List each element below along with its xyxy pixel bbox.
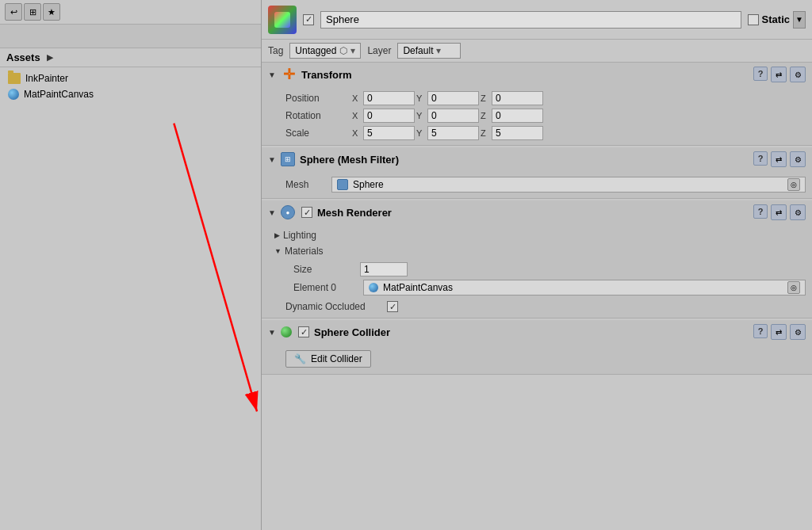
dynamic-occluded-label: Dynamic Occluded: [285, 301, 381, 312]
scale-x-input[interactable]: [363, 126, 415, 140]
y-label: Y: [416, 93, 426, 103]
mesh-filter-title: Sphere (Mesh Filter): [300, 154, 749, 166]
mesh-filter-settings-btn[interactable]: ⇄: [771, 151, 787, 167]
mesh-renderer-actions: ? ⇄ ⚙: [753, 204, 806, 220]
scale-xyz: X Y Z: [352, 126, 806, 140]
edit-collider-icon: 🔧: [294, 353, 306, 364]
scale-row: Scale X Y Z: [262, 124, 812, 142]
position-x-input[interactable]: [363, 91, 415, 105]
mesh-renderer-title: Mesh Renderer: [317, 207, 749, 219]
toolbar-grid-btn[interactable]: ⊞: [24, 3, 41, 21]
layer-dropdown[interactable]: Default ▾: [397, 43, 461, 59]
list-item[interactable]: InkPainter: [0, 71, 261, 86]
tag-dropdown[interactable]: Untagged ⬡ ▾: [289, 43, 361, 59]
mesh-sphere-icon: [337, 179, 348, 190]
mesh-filter-icon: ⊞: [281, 152, 295, 166]
mesh-renderer-checkbox[interactable]: [301, 207, 312, 218]
rotation-x-input[interactable]: [363, 109, 415, 123]
transform-settings-btn[interactable]: ⇄: [771, 67, 787, 82]
mesh-filter-header[interactable]: ▼ ⊞ Sphere (Mesh Filter) ? ⇄ ⚙: [262, 147, 812, 171]
edit-collider-btn[interactable]: 🔧 Edit Collider: [285, 350, 371, 368]
scale-y-input[interactable]: [427, 126, 479, 140]
mesh-renderer-help-btn[interactable]: ?: [753, 204, 768, 219]
active-checkbox[interactable]: [303, 14, 314, 25]
collapse-arrow: ▼: [268, 328, 276, 337]
transform-header[interactable]: ▼ ✛ Transform ? ⇄ ⚙: [262, 63, 812, 86]
sphere-collider-checkbox[interactable]: [298, 326, 309, 337]
game-object-icon: [268, 6, 297, 34]
folder-icon: [8, 73, 21, 84]
mesh-filter-actions: ? ⇄ ⚙: [753, 151, 806, 167]
position-z-input[interactable]: [492, 91, 543, 105]
size-input[interactable]: [360, 262, 408, 276]
layer-value: Default: [403, 45, 433, 56]
sphere-collider-menu-btn[interactable]: ⚙: [790, 324, 806, 340]
size-row: Size: [262, 261, 812, 278]
assets-arrow: ▶: [47, 52, 53, 63]
static-checkbox[interactable]: [748, 14, 759, 25]
list-item[interactable]: MatPaintCanvas: [0, 86, 261, 102]
transform-component: ▼ ✛ Transform ? ⇄ ⚙ Position X Y Z: [262, 63, 812, 146]
collapse-arrow: ▼: [268, 208, 276, 217]
static-dropdown[interactable]: ▼: [793, 11, 806, 29]
object-name-input[interactable]: [320, 11, 741, 29]
layer-label: Layer: [367, 45, 391, 56]
transform-actions: ? ⇄ ⚙: [753, 67, 806, 82]
top-bar-partial: [0, 25, 261, 48]
element-label: Element 0: [293, 282, 357, 293]
transform-icon: ✛: [281, 67, 297, 82]
transform-menu-btn[interactable]: ⚙: [790, 67, 806, 82]
object-header: Static ▼: [262, 0, 812, 40]
x-label: X: [352, 128, 362, 138]
material-sphere-icon: [369, 283, 378, 292]
mesh-filter-icon-inner: ⊞: [285, 155, 291, 163]
mesh-value: Sphere: [353, 179, 384, 190]
materials-header[interactable]: ▼ Materials: [262, 243, 812, 259]
dynamic-occluded-checkbox[interactable]: [387, 301, 398, 312]
materials-label: Materials: [285, 246, 324, 257]
mesh-label: Mesh: [285, 179, 325, 190]
mesh-renderer-settings-btn[interactable]: ⇄: [771, 204, 787, 220]
scale-label: Scale: [285, 128, 349, 139]
assets-header: ↩ ⊞ ★: [0, 0, 261, 25]
z-label: Z: [481, 111, 490, 120]
mesh-renderer-header[interactable]: ▼ ● Mesh Renderer ? ⇄ ⚙: [262, 200, 812, 224]
position-xyz: X Y Z: [352, 91, 806, 105]
static-area: Static ▼: [748, 11, 806, 29]
rotation-z-input[interactable]: [492, 109, 543, 123]
lighting-header[interactable]: ▶ Lighting: [262, 227, 812, 243]
transform-help-btn[interactable]: ?: [753, 67, 768, 81]
toolbar-back-btn[interactable]: ↩: [5, 3, 22, 21]
game-object-icon-inner: [274, 12, 290, 28]
assets-title: Assets: [6, 51, 40, 63]
position-y-input[interactable]: [427, 91, 479, 105]
mesh-renderer-menu-btn[interactable]: ⚙: [790, 204, 806, 220]
mesh-ref-btn[interactable]: ◎: [787, 178, 800, 191]
scale-z-input[interactable]: [492, 126, 543, 140]
mesh-filter-menu-btn[interactable]: ⚙: [790, 151, 806, 167]
mesh-filter-body: Mesh Sphere ◎: [262, 171, 812, 198]
x-label: X: [352, 93, 362, 103]
assets-list: InkPainter MatPaintCanvas: [0, 67, 261, 530]
element-ref-btn[interactable]: ◎: [787, 281, 800, 294]
edit-collider-row: 🔧 Edit Collider: [262, 347, 812, 371]
edit-collider-label: Edit Collider: [311, 353, 362, 364]
mesh-filter-help-btn[interactable]: ?: [753, 151, 768, 166]
materials-body: Size Element 0 MatPaintCanvas ◎: [262, 259, 812, 299]
element-value-text: MatPaintCanvas: [383, 282, 453, 293]
transform-title: Transform: [301, 69, 749, 81]
y-label: Y: [416, 128, 426, 138]
lighting-collapse-arrow: ▶: [274, 231, 280, 239]
sphere-collider-header[interactable]: ▼ Sphere Collider ? ⇄ ⚙: [262, 320, 812, 344]
x-label: X: [352, 111, 362, 120]
sphere-collider-settings-btn[interactable]: ⇄: [771, 324, 787, 340]
tag-value: Untagged: [295, 45, 336, 56]
sphere-collider-help-btn[interactable]: ?: [753, 324, 768, 338]
dynamic-occluded-row: Dynamic Occluded: [262, 299, 812, 315]
rotation-y-input[interactable]: [427, 109, 479, 123]
toolbar-star-btn[interactable]: ★: [43, 3, 60, 21]
element-value-field: MatPaintCanvas ◎: [363, 280, 806, 296]
static-label: Static: [762, 13, 790, 25]
transform-axes-icon: ✛: [283, 66, 295, 83]
collapse-arrow: ▼: [268, 71, 276, 79]
